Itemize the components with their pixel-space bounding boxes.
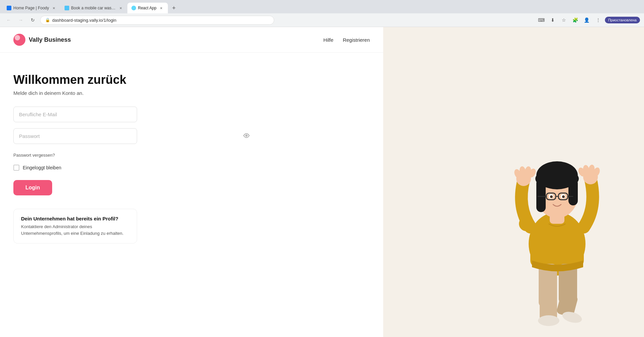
tab-foody[interactable]: Home Page | Foody ✕ <box>3 3 61 13</box>
browser-actions: ⌨ ⬇ ☆ 🧩 👤 ⋮ Приостановлена <box>537 15 640 25</box>
email-input-wrapper <box>13 107 254 122</box>
header-nav: Hilfe Registrieren <box>323 37 370 43</box>
page-subtitle: Melde dich in deinem Konto an. <box>13 90 254 96</box>
reload-button[interactable]: ↻ <box>28 15 37 25</box>
main-content: Willkommen zurück Melde dich in deinem K… <box>0 53 267 337</box>
tab-carwash[interactable]: Book a mobile car wash anyw... ✕ <box>61 3 127 13</box>
eye-icon <box>243 133 249 139</box>
svg-point-17 <box>562 195 565 198</box>
svg-rect-2 <box>530 224 584 267</box>
nav-link-help[interactable]: Hilfe <box>323 37 333 43</box>
tab-react[interactable]: React App ✕ <box>127 3 168 13</box>
tab-label-foody: Home Page | Foody <box>13 6 49 10</box>
tab-label-carwash: Book a mobile car wash anyw... <box>71 6 116 10</box>
svg-point-16 <box>550 195 553 198</box>
company-card-text: Kontaktiere den Administrator deines Unt… <box>21 223 129 236</box>
address-bar[interactable]: 🔒 dashboard-staging.vally.io/1/login <box>40 16 274 25</box>
left-panel: Vally Business Hilfe Registrieren Willko… <box>0 27 383 337</box>
new-tab-button[interactable]: + <box>169 3 179 13</box>
back-button[interactable]: ← <box>4 15 13 25</box>
right-panel <box>383 27 644 337</box>
forgot-password-link[interactable]: Passwort vergessen? <box>13 153 55 158</box>
password-input[interactable] <box>13 128 137 144</box>
browser-chrome: Home Page | Foody ✕ Book a mobile car wa… <box>0 0 644 27</box>
company-card-title: Dein Unternehmen hat bereits ein Profil? <box>21 216 129 221</box>
menu-button[interactable]: ⋮ <box>594 15 603 25</box>
translate-button[interactable]: ⌨ <box>537 15 546 25</box>
lock-icon: 🔒 <box>45 18 50 22</box>
remember-me-checkbox[interactable] <box>13 165 19 171</box>
svg-point-33 <box>538 315 559 326</box>
character-container <box>383 27 644 337</box>
remember-me-container[interactable]: Eingeloggt bleiben <box>13 165 254 171</box>
app-layout: Vally Business Hilfe Registrieren Willko… <box>0 27 644 337</box>
nav-link-register[interactable]: Registrieren <box>343 37 370 43</box>
login-button[interactable]: Login <box>13 180 52 195</box>
bookmark-button[interactable]: ☆ <box>559 15 569 25</box>
extensions-button[interactable]: 🧩 <box>571 15 580 25</box>
logo-text: Vally Business <box>29 36 71 43</box>
company-card: Dein Unternehmen hat bereits ein Profil?… <box>13 209 137 243</box>
tab-close-foody[interactable]: ✕ <box>51 5 57 11</box>
profile-button[interactable]: 👤 <box>582 15 592 25</box>
tab-favicon-react <box>131 6 136 10</box>
forward-button[interactable]: → <box>16 15 25 25</box>
tab-close-carwash[interactable]: ✕ <box>118 5 123 11</box>
header: Vally Business Hilfe Registrieren <box>0 27 383 53</box>
email-form-group <box>13 107 254 122</box>
email-input[interactable] <box>13 107 137 122</box>
logo[interactable]: Vally Business <box>13 34 71 46</box>
password-toggle-button[interactable] <box>243 133 249 140</box>
character-illustration <box>490 120 624 337</box>
password-input-wrapper <box>13 128 254 144</box>
remember-me-label: Eingeloggt bleiben <box>23 165 61 170</box>
svg-point-8 <box>536 161 578 189</box>
password-form-group <box>13 128 254 144</box>
tab-favicon-carwash <box>65 6 69 10</box>
tab-favicon-foody <box>7 6 11 10</box>
svg-point-0 <box>246 135 247 136</box>
address-text: dashboard-staging.vally.io/1/login <box>52 18 269 23</box>
tab-label-react: React App <box>138 6 156 10</box>
page-title: Willkommen zurück <box>13 73 254 87</box>
paused-badge[interactable]: Приостановлена <box>605 17 640 23</box>
logo-icon <box>13 34 25 46</box>
download-button[interactable]: ⬇ <box>548 15 557 25</box>
tab-close-react[interactable]: ✕ <box>158 5 164 11</box>
address-bar-row: ← → ↻ 🔒 dashboard-staging.vally.io/1/log… <box>0 13 644 27</box>
tab-bar: Home Page | Foody ✕ Book a mobile car wa… <box>0 0 644 13</box>
